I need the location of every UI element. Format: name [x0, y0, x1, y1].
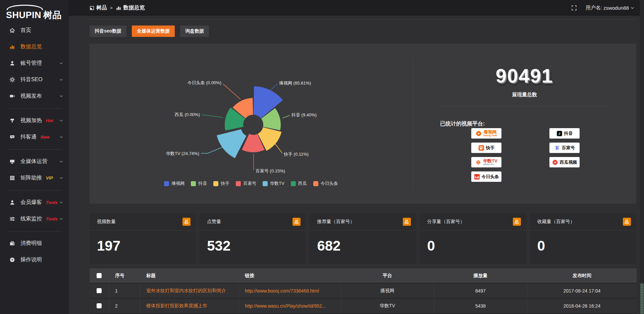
select-all-checkbox[interactable]	[97, 273, 102, 278]
wasu-logo	[475, 159, 481, 165]
total-badge: 总	[292, 218, 301, 226]
legend-swatch	[263, 181, 268, 186]
legend-item-华数TV[interactable]: 华数TV	[263, 180, 284, 187]
svg-text:♪: ♪	[558, 131, 560, 135]
question-icon: ?	[9, 257, 15, 263]
label-line-快手	[274, 142, 282, 153]
wallet-icon	[9, 241, 15, 247]
pie-label-今日头条: 今日头条 (0.00%)	[187, 80, 221, 85]
sidebar-item-consumption-detail[interactable]: 消费明细	[0, 235, 69, 252]
platform-name: 今日头条	[482, 174, 499, 179]
tab-3[interactable]: 询盘数据	[180, 25, 209, 37]
platform-badge-华数TV: 华数TVwasu.cn	[471, 157, 501, 167]
legend-label: 播视网	[171, 180, 184, 187]
pie-label-快手: 快手 (0.11%)	[283, 152, 309, 157]
sidebar-item-clue-monitor[interactable]: 线索监控Tools	[0, 211, 69, 227]
sidebar-item-member-baoke[interactable]: 会员爆客Tools	[0, 194, 69, 211]
sidebar-item-label: 视频加热	[20, 117, 42, 124]
platform-share-chart: 播视网 (65.61%)抖音 (9.40%)快手 (0.11%)百家号 (0.1…	[90, 44, 413, 204]
breadcrumb-current[interactable]: 数据总览	[116, 4, 145, 11]
sidebar-item-media-operation[interactable]: 全媒体运营	[0, 153, 69, 170]
row-index: 1	[109, 283, 140, 298]
chevron-down-icon	[59, 118, 63, 123]
pie-label-华数TV: 华数TV (24.74%)	[166, 151, 199, 156]
sidebar-item-label: 线索监控	[20, 215, 42, 222]
stat-card-2: 点赞量总532	[200, 213, 306, 264]
tab-1[interactable]: 抖音seo数据	[90, 25, 126, 37]
video-title-link[interactable]: 室外水纹灯和室内水纹灯的区别和简介	[140, 283, 238, 298]
stat-card-value: 0	[530, 230, 636, 254]
sidebar-item-badge-vip: VIP	[46, 175, 53, 180]
sidebar-item-douketong[interactable]: 抖客通New	[0, 129, 69, 145]
app-icon	[90, 6, 94, 10]
stat-card-title: 视频数量	[97, 219, 116, 225]
platform-badge-text: 快手	[486, 146, 495, 150]
summary-divider	[441, 106, 608, 106]
platform-badge-西瓜视频: 西瓜视频	[549, 157, 580, 167]
pie-slice-华数TV[interactable]	[217, 129, 246, 158]
user-menu[interactable]: 用户名: zswodun88	[586, 5, 635, 11]
column-header-4: 平台	[341, 268, 434, 283]
overview-panel: 播视网 (65.61%)抖音 (9.40%)快手 (0.11%)百家号 (0.1…	[90, 44, 636, 204]
sidebar-item-badge-tools: Tools	[46, 216, 57, 221]
svg-text:?: ?	[11, 258, 13, 261]
chart-bars-icon	[9, 44, 15, 50]
row-checkbox[interactable]	[97, 288, 102, 293]
platform-cell: 播视网	[341, 283, 434, 298]
legend-swatch	[164, 181, 169, 186]
scrollbar-thumb[interactable]	[640, 283, 644, 314]
sliders-icon	[9, 216, 15, 222]
label-line-今日头条	[223, 84, 240, 99]
platform-badge-抖音: ♪♪抖音	[549, 128, 580, 139]
legend-item-播视网[interactable]: 播视网	[164, 180, 184, 187]
svg-text:头条: 头条	[474, 175, 480, 178]
sidebar-item-video-publish[interactable]: 视频发布	[0, 88, 69, 104]
total-impressions-value: 90491	[413, 64, 636, 87]
row-select-cell	[90, 283, 109, 298]
home-icon	[9, 28, 15, 34]
heat-icon	[9, 118, 15, 124]
stat-card-header: 点赞量总	[200, 213, 306, 230]
pie-label-播视网: 播视网 (65.61%)	[279, 81, 311, 86]
tab-2[interactable]: 全媒体运营数据	[132, 25, 175, 37]
sidebar-item-operation-help[interactable]: ?操作说明	[0, 252, 69, 268]
chevron-down-icon	[59, 217, 63, 221]
sidebar-item-account-manage[interactable]: 账号管理	[0, 55, 69, 71]
total-badge: 总	[513, 218, 521, 226]
fullscreen-icon[interactable]	[571, 5, 577, 11]
sidebar-item-home[interactable]: 首页	[0, 22, 69, 39]
row-checkbox[interactable]	[97, 303, 102, 308]
sidebar-item-data-overview[interactable]: 数据总览	[0, 39, 69, 55]
sidebar-item-video-heat[interactable]: 视频加热Hot	[0, 112, 69, 129]
legend-item-今日头条[interactable]: 今日头条	[313, 180, 338, 187]
page-scrollbar[interactable]	[640, 0, 644, 314]
legend-item-快手[interactable]: 快手	[213, 180, 229, 187]
platform-cell: 华数TV	[341, 299, 434, 313]
sidebar-item-matrix-boost[interactable]: 矩阵助推VIP	[0, 170, 69, 186]
total-badge: 总	[403, 218, 411, 226]
platform-badge-今日头条: 头条今日头条	[471, 171, 501, 182]
sidebar-item-label: 视频发布	[20, 93, 42, 100]
platform-badge-text: 今日头条	[482, 174, 499, 179]
platform-badge-text: 百家号	[562, 146, 575, 150]
total-badge: 总	[623, 218, 631, 226]
legend-item-西瓜[interactable]: 西瓜	[291, 180, 307, 187]
sidebar-item-douyin-seo[interactable]: 抖音SEO	[0, 71, 69, 88]
chart-legend: 播视网抖音快手百家号华数TV西瓜今日头条	[90, 180, 413, 187]
sidebar-item-label: 抖客通	[20, 134, 37, 141]
video-url-link[interactable]: http://www.wasu.cn/Play/show/id/952...	[238, 299, 341, 313]
user-icon	[9, 200, 15, 206]
legend-swatch	[213, 181, 218, 186]
platform-name: 百家号	[562, 146, 575, 150]
breadcrumb-app[interactable]: 树品	[90, 4, 107, 11]
legend-label: 快手	[221, 180, 229, 187]
data-tabs: 抖音seo数据全媒体运营数据询盘数据	[90, 25, 209, 37]
stat-card-value: 0	[420, 230, 526, 254]
video-url-link[interactable]: http://www.boosj.com/7338468.html	[238, 283, 341, 298]
legend-item-百家号[interactable]: 百家号	[236, 180, 256, 187]
table-row: 2楼体投影灯投影效果震撼上市http://www.wasu.cn/Play/sh…	[90, 298, 637, 313]
video-title-link[interactable]: 楼体投影灯投影效果震撼上市	[140, 299, 238, 313]
sidebar-item-label: 消费明细	[20, 240, 42, 247]
legend-swatch	[291, 181, 296, 186]
legend-item-抖音[interactable]: 抖音	[191, 180, 207, 187]
